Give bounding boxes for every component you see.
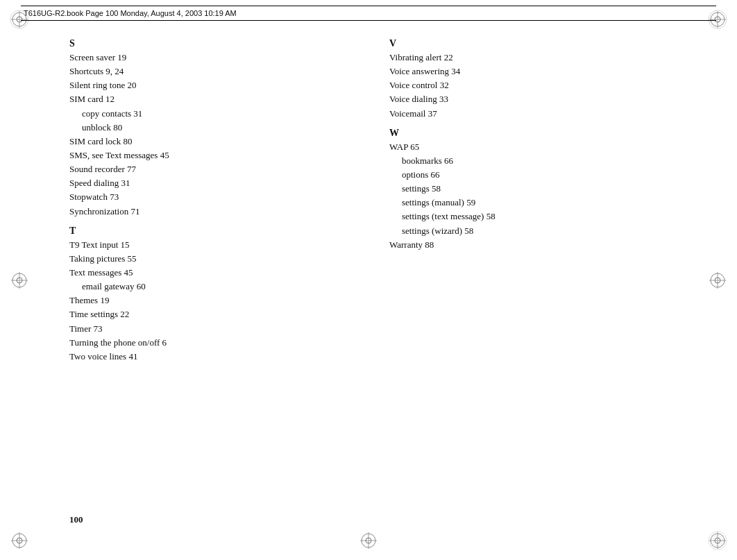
index-entry: settings (wizard) 58 xyxy=(389,224,681,238)
index-entry: Voice control 32 xyxy=(389,78,681,92)
index-entry: settings (text message) 58 xyxy=(389,210,681,223)
index-entry: SIM card lock 80 xyxy=(69,135,362,149)
index-entry: Turning the phone on/off 6 xyxy=(69,336,362,350)
index-entry: Voice dialing 33 xyxy=(389,92,681,106)
index-entry: Voice answering 34 xyxy=(389,65,681,78)
index-entry: Text messages 45 xyxy=(69,266,362,280)
index-entry: email gateway 60 xyxy=(69,280,362,294)
index-entry: Sound recorder 77 xyxy=(69,162,362,176)
header-bar: T616UG-R2.book Page 100 Monday, August 4… xyxy=(21,6,716,21)
index-entry: bookmarks 66 xyxy=(389,154,681,168)
index-entry: Shortcuts 9, 24 xyxy=(69,65,362,78)
section-letter-s: S xyxy=(69,38,362,49)
index-entry: SMS, see Text messages 45 xyxy=(69,149,362,162)
index-entry: SIM card 12 xyxy=(69,92,362,106)
index-entry: Synchronization 71 xyxy=(69,205,362,219)
index-entry: Taking pictures 55 xyxy=(69,252,362,266)
section-letter-t: T xyxy=(69,226,362,237)
header-text: T616UG-R2.book Page 100 Monday, August 4… xyxy=(24,9,237,17)
index-entry: settings 58 xyxy=(389,182,681,196)
index-entry: Warranty 88 xyxy=(389,238,681,252)
index-entry: WAP 65 xyxy=(389,140,681,154)
section-letter-v: V xyxy=(389,38,681,49)
reg-mark-bottom-left xyxy=(10,531,29,550)
index-entry: Silent ring tone 20 xyxy=(69,78,362,92)
index-entry: unblock 80 xyxy=(69,121,362,135)
index-entry: Vibrating alert 22 xyxy=(389,51,681,65)
index-entry: Voicemail 37 xyxy=(389,107,681,121)
index-entry: Stopwatch 73 xyxy=(69,190,362,204)
index-entry: Two voice lines 41 xyxy=(69,350,362,364)
index-entry: Time settings 22 xyxy=(69,307,362,321)
index-entry: options 66 xyxy=(389,168,681,182)
right-column: VVibrating alert 22Voice answering 34Voi… xyxy=(389,38,681,504)
index-entry: Themes 19 xyxy=(69,294,362,307)
reg-mark-bottom-right xyxy=(708,531,727,550)
reg-mark-bottom-center xyxy=(359,531,378,550)
main-content: SScreen saver 19Shortcuts 9, 24Silent ri… xyxy=(69,38,681,504)
section-letter-w: W xyxy=(389,128,681,139)
index-entry: Timer 73 xyxy=(69,322,362,336)
reg-mark-mid-right xyxy=(708,271,727,290)
index-entry: Speed dialing 31 xyxy=(69,176,362,190)
index-entry: copy contacts 31 xyxy=(69,107,362,121)
index-entry: Screen saver 19 xyxy=(69,51,362,65)
reg-mark-mid-left xyxy=(10,271,29,290)
index-entry: settings (manual) 59 xyxy=(389,196,681,210)
page-number: 100 xyxy=(69,514,83,525)
left-column: SScreen saver 19Shortcuts 9, 24Silent ri… xyxy=(69,38,362,504)
index-entry: T9 Text input 15 xyxy=(69,238,362,252)
